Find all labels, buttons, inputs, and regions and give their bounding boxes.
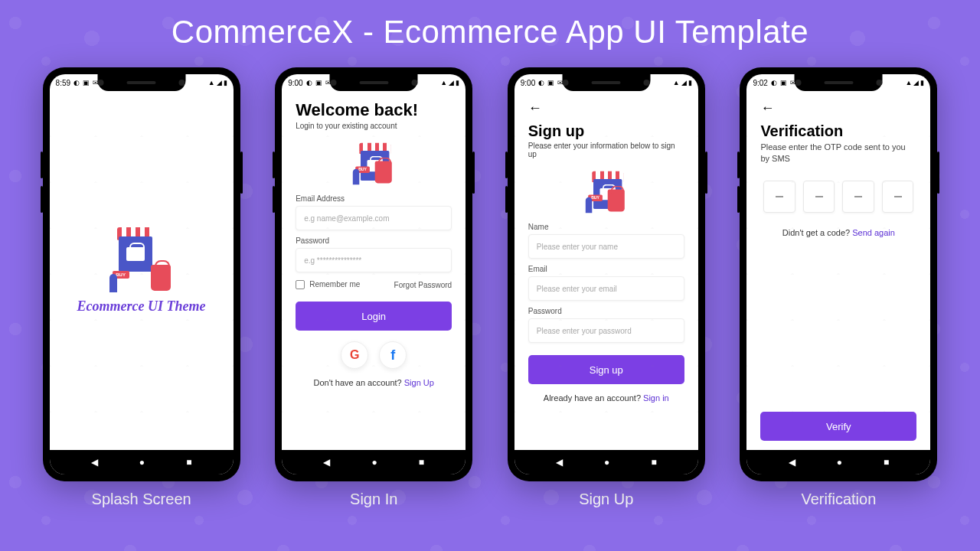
- verification-column: 9:02◐▣✉ ▲◢▮ ← Verification Please enter …: [740, 67, 937, 508]
- phone-frame-splash: 8:59◐▣✉ ▲◢▮ BUY Ecommerce UI Theme: [43, 67, 240, 481]
- signup-column: 9:00◐▣✉ ▲◢▮ ← Sign up Please enter your …: [508, 67, 705, 508]
- otp-input-4[interactable]: [882, 181, 914, 213]
- store-icon: BUY: [111, 227, 172, 292]
- status-time: 9:00: [288, 79, 302, 87]
- signup-subtitle: Please enter your information below to s…: [528, 142, 684, 158]
- nav-back-icon[interactable]: ◀: [323, 457, 330, 468]
- signup-link[interactable]: Sign Up: [404, 378, 434, 387]
- otp-input-2[interactable]: [803, 181, 835, 213]
- android-nav: ◀ ● ■: [746, 450, 930, 474]
- android-nav: ◀ ● ■: [282, 450, 466, 474]
- signup-prompt: Don't have an account? Sign Up: [296, 378, 452, 387]
- nav-home-icon[interactable]: ●: [837, 457, 842, 468]
- facebook-signin-button[interactable]: f: [379, 341, 407, 369]
- nav-home-icon[interactable]: ●: [139, 457, 145, 468]
- phone-frame-signup: 9:00◐▣✉ ▲◢▮ ← Sign up Please enter your …: [508, 67, 705, 481]
- verification-title: Verification: [760, 122, 916, 140]
- nav-recent-icon[interactable]: ■: [186, 457, 191, 468]
- nav-back-icon[interactable]: ◀: [91, 457, 98, 468]
- signup-button[interactable]: Sign up: [528, 355, 684, 384]
- android-nav: ◀ ● ■: [50, 450, 234, 474]
- password-label: Password: [528, 307, 684, 315]
- resend-prompt: Didn't get a code? Send again: [760, 228, 916, 237]
- phone-frame-verification: 9:02◐▣✉ ▲◢▮ ← Verification Please enter …: [740, 67, 937, 481]
- app-name: Ecommerce UI Theme: [77, 298, 206, 315]
- nav-back-icon[interactable]: ◀: [556, 457, 563, 468]
- password-input[interactable]: Please enter your password: [528, 318, 684, 343]
- status-time: 9:02: [753, 79, 767, 87]
- nav-recent-icon[interactable]: ■: [651, 457, 656, 468]
- nav-recent-icon[interactable]: ■: [884, 457, 889, 468]
- name-input[interactable]: Please enter your name: [528, 234, 684, 259]
- google-signin-button[interactable]: G: [341, 341, 368, 369]
- splash-content: BUY Ecommerce UI Theme: [64, 100, 220, 441]
- splash-column: 8:59◐▣✉ ▲◢▮ BUY Ecommerce UI Theme: [43, 67, 240, 508]
- email-label: Email: [528, 265, 684, 273]
- back-arrow-icon[interactable]: ←: [528, 100, 542, 116]
- phone-frame-signin: 9:00◐▣✉ ▲◢▮ Welcome back! Login to your …: [275, 67, 472, 481]
- status-time: 8:59: [56, 79, 70, 87]
- login-button[interactable]: Login: [296, 302, 452, 331]
- checkbox-icon[interactable]: [296, 280, 305, 289]
- back-arrow-icon[interactable]: ←: [760, 100, 774, 116]
- forgot-password-link[interactable]: Forgot Password: [394, 281, 452, 289]
- email-input[interactable]: Please enter your email: [528, 276, 684, 301]
- android-nav: ◀ ● ■: [514, 450, 698, 474]
- email-label: Email Address: [296, 194, 452, 203]
- send-again-link[interactable]: Send again: [852, 228, 895, 237]
- remember-me[interactable]: Remember me: [296, 280, 360, 289]
- signin-subtitle: Login to your existing account: [296, 122, 452, 130]
- signin-title: Welcome back!: [296, 100, 452, 120]
- nav-home-icon[interactable]: ●: [604, 457, 609, 468]
- email-input[interactable]: e.g name@example.com: [296, 206, 452, 230]
- signin-column: 9:00◐▣✉ ▲◢▮ Welcome back! Login to your …: [275, 67, 472, 508]
- signup-title: Sign up: [528, 122, 684, 140]
- verification-subtitle: Please enter the OTP code sent to you by…: [760, 142, 916, 165]
- password-input[interactable]: e.g ***************: [296, 248, 452, 272]
- status-time: 9:00: [521, 79, 535, 87]
- nav-recent-icon[interactable]: ■: [419, 457, 424, 468]
- otp-inputs: [760, 181, 916, 213]
- otp-input-1[interactable]: [763, 181, 795, 213]
- verify-button[interactable]: Verify: [760, 412, 916, 441]
- password-label: Password: [296, 236, 452, 245]
- store-icon: BUY: [354, 143, 394, 184]
- store-icon: BUY: [586, 171, 626, 213]
- name-label: Name: [528, 223, 684, 231]
- signin-link[interactable]: Sign in: [643, 393, 669, 403]
- otp-input-3[interactable]: [842, 181, 874, 213]
- signin-prompt: Already have an account? Sign in: [528, 393, 684, 403]
- nav-home-icon[interactable]: ●: [371, 457, 377, 468]
- nav-back-icon[interactable]: ◀: [789, 457, 795, 468]
